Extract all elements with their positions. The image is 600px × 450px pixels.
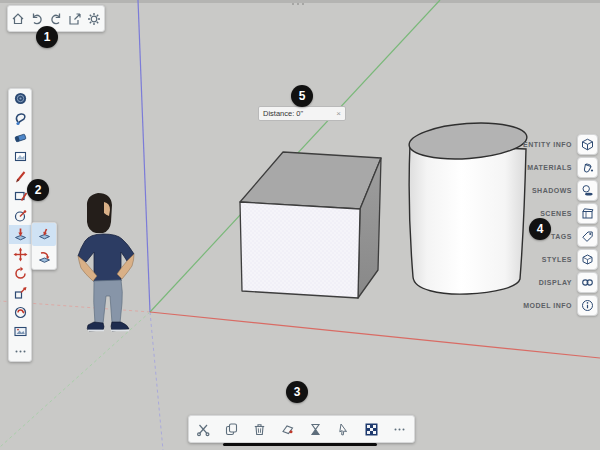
panel-item-display[interactable]: DISPLAY [523,271,598,294]
scissors-icon [196,422,211,437]
shadows-label: SHADOWS [532,187,572,194]
annotation-badge-3: 3 [286,381,308,403]
follow-me-icon [37,250,52,265]
styles-button[interactable] [577,249,598,270]
selection-toolbar [188,415,415,443]
model-info-label: MODEL INFO [523,302,572,309]
checker-swatch-button[interactable] [363,420,381,438]
model-info-button[interactable] [577,295,598,316]
eraser-icon [13,130,28,145]
image-icon [13,324,28,339]
tags-button[interactable] [577,226,598,247]
close-icon[interactable]: × [336,110,341,118]
offset-icon [13,305,28,320]
push-pull-icon [13,227,28,242]
offset-tool[interactable] [9,303,31,322]
lasso-tool[interactable] [9,108,31,127]
top-more-handle[interactable] [292,3,304,5]
panel-item-materials[interactable]: MATERIALS [523,156,598,179]
annotation-badge-1: 1 [36,26,58,48]
box-front-face [240,202,360,298]
home-button[interactable] [9,10,26,27]
materials-label: MATERIALS [527,164,572,171]
rectangle-icon [13,188,28,203]
home-icon [11,12,25,26]
panel-item-shadows[interactable]: SHADOWS [523,179,598,202]
panel-item-styles[interactable]: STYLES [523,248,598,271]
move-tool[interactable] [9,244,31,263]
undo-icon [30,12,44,26]
person-right-sole [111,330,129,332]
panel-item-entity-info[interactable]: ENTITY INFO [523,133,598,156]
paint-swatch-button[interactable] [278,420,296,438]
box-top-face [240,152,381,209]
rotate-tool[interactable] [9,264,31,283]
more-actions-button[interactable] [391,420,409,438]
checkerboard-icon [364,422,379,437]
gear-icon [87,12,101,26]
display-icon [581,276,594,289]
trash-icon [252,422,267,437]
display-label: DISPLAY [539,279,572,286]
display-button[interactable] [577,272,598,293]
flyout-push-pull[interactable] [32,223,56,246]
materials-button[interactable] [577,157,598,178]
undo-button[interactable] [28,10,45,27]
export-button[interactable] [67,10,84,27]
person-left-sole [88,330,104,332]
flip-button[interactable] [307,420,325,438]
rotate-icon [13,266,28,281]
flyout-follow-me[interactable] [32,246,56,269]
red-axis [150,312,600,358]
styles-label: STYLES [542,256,572,263]
push-pull-flyout [31,222,57,270]
tag-icon [581,230,594,243]
measurement-hud[interactable]: Distance: 0" × [258,106,346,121]
image-tool[interactable] [9,322,31,341]
settings-button[interactable] [86,10,103,27]
push-pull-tool[interactable] [9,225,31,244]
entity-info-icon [581,138,594,151]
pencil-icon [13,169,28,184]
distance-value: Distance: 0" [263,109,336,118]
styles-icon [581,253,594,266]
select-cursor-button[interactable] [335,420,353,438]
scale-tool[interactable] [9,283,31,302]
top-toolbar [7,5,105,32]
more-tools[interactable] [9,341,31,360]
eraser-tool[interactable] [9,128,31,147]
select-tool[interactable] [9,89,31,108]
redo-button[interactable] [47,10,64,27]
info-icon [581,299,594,312]
annotation-badge-5: 5 [291,85,313,107]
circle-tool[interactable] [9,206,31,225]
scale-icon [13,285,28,300]
person-jeans [94,280,123,324]
annotation-badge-4: 4 [529,218,551,240]
copy-icon [224,422,239,437]
box-geometry[interactable] [240,152,381,298]
paint-icon [13,149,28,164]
scenes-icon [581,207,594,220]
cut-button[interactable] [194,420,212,438]
bottom-handle-bar [223,443,377,446]
more-tools-icon [13,344,28,359]
shadows-button[interactable] [577,180,598,201]
move-icon [13,247,28,262]
push-pull-icon [37,227,52,242]
copy-button[interactable] [222,420,240,438]
delete-button[interactable] [250,420,268,438]
blue-axis [138,0,150,312]
tools-toolbar [8,88,32,362]
person-shirt [78,234,134,283]
more-icon [392,422,407,437]
panel-item-model-info[interactable]: MODEL INFO [523,294,598,317]
cylinder-body [409,144,526,294]
select-icon [13,91,28,106]
paint-swatch-icon [280,422,295,437]
paint-tool[interactable] [9,147,31,166]
scenes-button[interactable] [577,203,598,224]
cylinder-geometry[interactable] [408,119,528,294]
export-icon [68,12,82,26]
entity-info-button[interactable] [577,134,598,155]
